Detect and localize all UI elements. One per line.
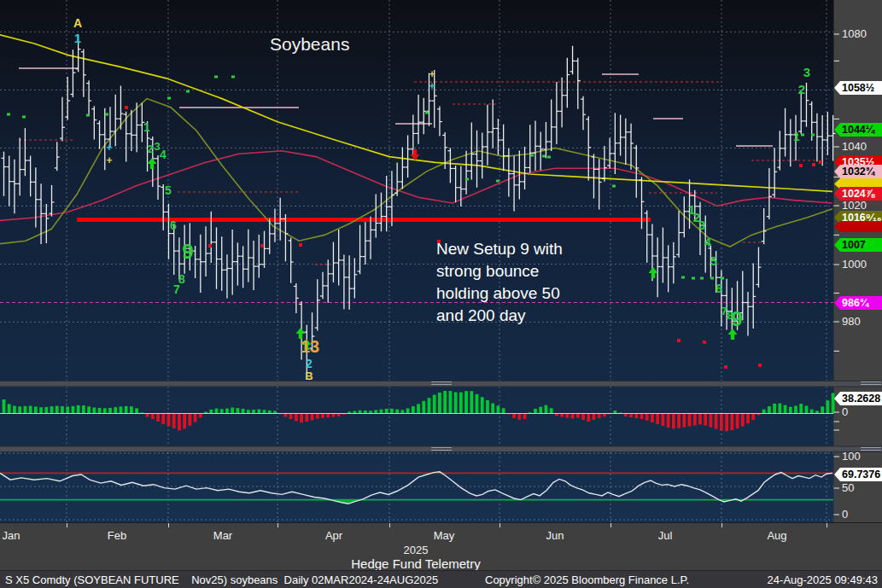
red-marker-dot bbox=[799, 164, 803, 167]
green-marker-dot bbox=[496, 180, 499, 183]
green-marker-dot bbox=[22, 116, 26, 119]
month-label: Apr bbox=[325, 529, 342, 542]
red-marker-dot bbox=[299, 243, 302, 247]
axis-label: 100 bbox=[842, 451, 861, 463]
green-marker-dot bbox=[214, 76, 218, 79]
red-marker-dot bbox=[758, 364, 762, 367]
panel-resize-grip-2b[interactable] bbox=[861, 446, 881, 451]
status-bar: S X5 Comdty (SOYBEAN FUTURE Nov25) soybe… bbox=[0, 570, 882, 588]
brand-label: Hedge Fund Telemetry bbox=[351, 556, 480, 571]
red-marker-dot bbox=[260, 244, 264, 247]
td-count-label: 3 bbox=[803, 65, 810, 79]
month-label: Jul bbox=[658, 529, 673, 542]
td-count-label: 4 bbox=[160, 148, 166, 161]
green-marker-dot bbox=[700, 277, 704, 280]
td-count-label: A bbox=[73, 16, 82, 30]
price-chip: 1032¾ bbox=[834, 165, 882, 178]
red-marker-dot bbox=[208, 244, 212, 247]
chart-background bbox=[0, 0, 834, 522]
price-chip: 1007 bbox=[834, 238, 882, 252]
panel-resize-grip-2[interactable] bbox=[431, 446, 452, 451]
price-chip: 1058½ bbox=[834, 81, 882, 95]
axis-label: 1000 bbox=[842, 259, 867, 271]
plus-marker: + bbox=[106, 142, 112, 154]
axis-label: 1020 bbox=[842, 200, 867, 212]
green-marker-dot bbox=[231, 76, 235, 79]
axis-label: 50 bbox=[842, 482, 854, 494]
green-marker-dot bbox=[547, 156, 551, 159]
td-count-label: 9 bbox=[182, 240, 193, 263]
month-label: Feb bbox=[108, 529, 126, 542]
bloomberg-chart-window: ++++A1123456987132B123456789321 Soybeans… bbox=[0, 0, 882, 588]
green-marker-dot bbox=[801, 134, 804, 137]
td-count-label: 2 bbox=[798, 82, 805, 96]
green-marker-dot bbox=[542, 155, 546, 158]
plus-marker: + bbox=[429, 80, 435, 92]
td-count-label: 9 bbox=[731, 307, 742, 330]
axis-label: 1080 bbox=[842, 28, 867, 40]
axis-label: 980 bbox=[842, 316, 861, 328]
td-count-label: 6 bbox=[716, 282, 722, 295]
red-marker-dot bbox=[677, 339, 680, 342]
td-count-label: 6 bbox=[170, 218, 177, 232]
month-tick bbox=[67, 523, 67, 527]
green-marker-dot bbox=[530, 154, 534, 157]
plus-marker: + bbox=[429, 68, 435, 80]
chart-title: Soybeans bbox=[270, 34, 349, 55]
green-marker-dot bbox=[186, 90, 190, 93]
td-count-label: 2 bbox=[147, 143, 153, 155]
month-label: Jan bbox=[3, 529, 20, 542]
green-marker-dot bbox=[710, 277, 714, 280]
td-count-label: 7 bbox=[173, 282, 180, 296]
green-marker-dot bbox=[425, 112, 429, 114]
td-count-label: 4 bbox=[704, 236, 711, 249]
month-tick bbox=[610, 523, 611, 527]
month-tick bbox=[499, 523, 500, 527]
month-tick bbox=[277, 523, 278, 527]
histogram-value-chip: 38.2628 bbox=[834, 392, 882, 405]
price-chip: 1044¼ bbox=[834, 123, 882, 137]
td-count-label: 1 bbox=[74, 31, 81, 45]
timestamp: 24-Aug-2025 09:49:43 bbox=[768, 573, 878, 586]
axis-label: 0 bbox=[842, 509, 848, 521]
price-chip: 986¾ bbox=[834, 296, 882, 310]
green-marker-dot bbox=[86, 114, 90, 117]
axis-label: 1040 bbox=[842, 141, 867, 153]
year-label: 2025 bbox=[404, 544, 429, 556]
panel-resize-grip-1b[interactable] bbox=[861, 381, 881, 386]
annotation-note: New Setup 9 with strong bounce holding a… bbox=[436, 238, 563, 327]
green-marker-dot bbox=[7, 114, 10, 116]
month-label: Aug bbox=[767, 529, 786, 542]
td-count-label: 2 bbox=[306, 357, 312, 370]
month-tick bbox=[389, 523, 390, 527]
green-marker-dot bbox=[465, 178, 469, 181]
td-count-label: 1 bbox=[793, 130, 800, 143]
green-marker-dot bbox=[811, 134, 815, 137]
red-marker-dot bbox=[812, 163, 815, 166]
month-tick bbox=[827, 523, 827, 527]
oscillator-value-chip: 69.7376 bbox=[834, 468, 882, 481]
td-count-label: 1 bbox=[143, 120, 150, 134]
red-marker-dot bbox=[819, 160, 822, 164]
month-tick bbox=[721, 523, 722, 527]
panel-resize-grip-1[interactable] bbox=[431, 381, 452, 386]
green-marker-dot bbox=[167, 97, 171, 100]
price-chip bbox=[834, 221, 882, 232]
td-count-label: 13 bbox=[301, 337, 319, 356]
green-marker-dot bbox=[612, 185, 616, 188]
td-count-label: 5 bbox=[710, 254, 717, 268]
axis-label: 0 bbox=[842, 406, 848, 418]
copyright-text: Copyright© 2025 Bloomberg Finance L.P. bbox=[485, 573, 689, 586]
price-chip: 1024⅞ bbox=[834, 187, 882, 201]
green-marker-dot bbox=[105, 114, 108, 116]
green-marker-dot bbox=[721, 277, 724, 280]
month-label: May bbox=[434, 529, 455, 542]
month-label: Mar bbox=[213, 529, 232, 542]
td-count-label: B bbox=[305, 370, 312, 382]
td-count-label: 3 bbox=[698, 218, 705, 232]
time-axis: JanFebMarAprMayJunJulAug 2025 Hedge Fund… bbox=[0, 522, 882, 571]
green-marker-dot bbox=[681, 277, 685, 279]
red-marker-dot bbox=[125, 106, 128, 109]
red-marker-dot bbox=[703, 341, 706, 344]
security-description: S X5 Comdty (SOYBEAN FUTURE Nov25) soybe… bbox=[5, 573, 438, 586]
